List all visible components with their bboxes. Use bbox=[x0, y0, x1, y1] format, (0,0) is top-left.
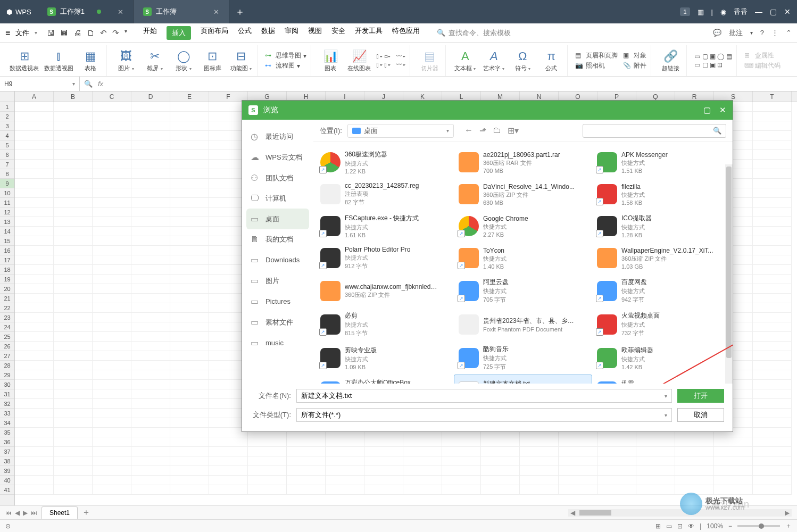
filename-input[interactable]: 新建文本文档.txt ▾ bbox=[296, 389, 672, 403]
file-item[interactable]: ↗必剪快捷方式815 字节 bbox=[316, 307, 454, 341]
file-item[interactable]: ↗APK Messenger快捷方式1.51 KB bbox=[592, 146, 730, 178]
first-sheet-icon[interactable]: ⏮ bbox=[5, 509, 12, 517]
row-header-17[interactable]: 17 bbox=[0, 255, 14, 265]
add-sheet-icon[interactable]: ＋ bbox=[82, 507, 90, 518]
row-header-5[interactable]: 5 bbox=[0, 140, 14, 150]
file-item[interactable]: ae2021pj_180963.part1.rar360压缩 RAR 文件700… bbox=[454, 146, 592, 178]
sidebar-item-图片[interactable]: ▭图片 bbox=[242, 270, 313, 291]
file-item[interactable]: ↗百度网盘快捷方式942 字节 bbox=[592, 274, 730, 307]
header-footer-button[interactable]: ▤页眉和页脚 bbox=[575, 51, 618, 60]
row-header-7[interactable]: 7 bbox=[0, 160, 14, 169]
file-item[interactable]: ↗360极速浏览器快捷方式1.22 KB bbox=[316, 146, 454, 178]
close-icon[interactable]: ✕ bbox=[118, 8, 123, 16]
file-item[interactable]: ↗万彩办公大师OfficeBox快捷方式795 字节 bbox=[316, 375, 454, 384]
form-controls-row2[interactable]: ▭ ▢ ▣ ⊡ bbox=[694, 61, 732, 69]
file-item[interactable]: ↗ToYcon快捷方式1.40 KB bbox=[454, 242, 592, 274]
vertical-scrollbar[interactable] bbox=[725, 164, 733, 384]
back-icon[interactable]: ← bbox=[464, 126, 473, 136]
close-icon[interactable]: ✕ bbox=[213, 8, 219, 16]
zoom-icon[interactable]: 🔍 bbox=[84, 80, 93, 88]
file-item[interactable]: www.chajianxw.com_fjbknnledpckpbjcglogol… bbox=[316, 274, 454, 307]
row-header-12[interactable]: 12 bbox=[0, 207, 14, 217]
row-header-1[interactable]: 1 bbox=[0, 102, 14, 112]
add-tab-button[interactable]: ＋ bbox=[229, 0, 251, 23]
menu-开发工具[interactable]: 开发工具 bbox=[355, 26, 383, 40]
row-header-38[interactable]: 38 bbox=[0, 456, 14, 466]
hamburger-icon[interactable]: ≡ bbox=[5, 28, 10, 38]
file-item[interactable]: WallpaperEngine_V2.0.17_XiT...360压缩 ZIP … bbox=[592, 242, 730, 274]
more-icon[interactable]: ⋮ bbox=[771, 29, 778, 37]
row-header-34[interactable]: 34 bbox=[0, 418, 14, 428]
filetype-combo[interactable]: 所有文件(*.*) ▾ bbox=[296, 408, 672, 422]
menu-安全[interactable]: 安全 bbox=[331, 26, 345, 40]
row-header-22[interactable]: 22 bbox=[0, 303, 14, 313]
sidebar-item-music[interactable]: ▭music bbox=[242, 332, 313, 353]
fx-icon[interactable]: fx bbox=[98, 80, 103, 88]
sheet-tab-1[interactable]: Sheet1 bbox=[41, 506, 78, 519]
print-preview-icon[interactable]: 🗋 bbox=[87, 28, 95, 38]
user-icon[interactable]: ◉ bbox=[720, 8, 726, 16]
row-header-6[interactable]: 6 bbox=[0, 150, 14, 160]
row-header-11[interactable]: 11 bbox=[0, 198, 14, 207]
file-item[interactable]: ↗剪映专业版快捷方式1.09 KB bbox=[316, 341, 454, 375]
chevron-down-icon[interactable]: ▾ bbox=[665, 393, 667, 399]
sidebar-item-Downloads[interactable]: ▭Downloads bbox=[242, 250, 313, 270]
view-custom-icon[interactable]: ⊡ bbox=[677, 522, 683, 530]
last-sheet-icon[interactable]: ⏭ bbox=[31, 509, 37, 517]
chevron-down-icon[interactable]: ▾ bbox=[35, 30, 37, 36]
column-header-A[interactable]: A bbox=[15, 92, 54, 102]
row-header-23[interactable]: 23 bbox=[0, 313, 14, 322]
sidebar-item-桌面[interactable]: ▭桌面 bbox=[246, 209, 309, 229]
close-icon[interactable]: ✕ bbox=[719, 105, 726, 115]
sidebar-item-Pictures[interactable]: ▭Pictures bbox=[242, 291, 313, 312]
row-header-35[interactable]: 35 bbox=[0, 428, 14, 437]
row-header-19[interactable]: 19 bbox=[0, 275, 14, 284]
chart-button[interactable]: 📊图表 bbox=[319, 45, 342, 76]
column-header-C[interactable]: C bbox=[93, 92, 131, 102]
sparkline-line-button[interactable]: ⫿▾ ⊡▾ bbox=[376, 53, 391, 60]
row-header-8[interactable]: 8 bbox=[0, 169, 14, 179]
close-window-icon[interactable]: ✕ bbox=[784, 7, 791, 16]
row-header-41[interactable]: 41 bbox=[0, 485, 14, 495]
file-item[interactable]: ↗酷狗音乐快捷方式725 字节 bbox=[454, 341, 592, 375]
row-header-15[interactable]: 15 bbox=[0, 236, 14, 246]
row-header-21[interactable]: 21 bbox=[0, 294, 14, 303]
view-normal-icon[interactable]: ⊞ bbox=[655, 522, 661, 530]
maximize-icon[interactable]: ▢ bbox=[703, 105, 711, 115]
screenshot-button[interactable]: ✂截屏 ▾ bbox=[143, 45, 167, 76]
next-sheet-icon[interactable]: ▶ bbox=[23, 509, 28, 517]
column-header-E[interactable]: E bbox=[170, 92, 209, 102]
file-menu[interactable]: 文件 bbox=[15, 28, 29, 38]
menu-插入[interactable]: 插入 bbox=[167, 26, 191, 40]
row-header-33[interactable]: 33 bbox=[0, 409, 14, 418]
row-header-4[interactable]: 4 bbox=[0, 131, 14, 140]
batch-label[interactable]: 批注 bbox=[729, 28, 743, 38]
row-header-25[interactable]: 25 bbox=[0, 332, 14, 342]
pivot-chart-button[interactable]: ⫿数据透视图 bbox=[44, 45, 73, 76]
zoom-out-icon[interactable]: − bbox=[728, 522, 732, 530]
tab-workbook1[interactable]: S 工作簿1 ✕ bbox=[38, 0, 134, 23]
row-header-9[interactable]: 9 bbox=[0, 179, 14, 188]
chevron-down-icon[interactable]: ▾ bbox=[72, 81, 75, 87]
sidebar-item-我的文档[interactable]: 🗎我的文档 bbox=[242, 229, 313, 250]
menu-开始[interactable]: 开始 bbox=[143, 26, 157, 40]
object-button[interactable]: ▣对象 bbox=[623, 51, 646, 60]
record-macro-icon[interactable]: ⊙ bbox=[5, 522, 11, 530]
menu-数据[interactable]: 数据 bbox=[261, 26, 275, 40]
row-header-10[interactable]: 10 bbox=[0, 188, 14, 198]
dialog-search-input[interactable]: 🔍 bbox=[583, 124, 726, 138]
row-header-20[interactable]: 20 bbox=[0, 284, 14, 294]
column-header-B[interactable]: B bbox=[54, 92, 93, 102]
sidebar-item-计算机[interactable]: 🖵计算机 bbox=[242, 188, 313, 209]
file-item[interactable]: ↗filezilla快捷方式1.58 KB bbox=[592, 178, 730, 210]
chevron-down-icon[interactable]: ▾ bbox=[665, 412, 667, 418]
equation-button[interactable]: π公式 bbox=[539, 45, 563, 76]
row-header-29[interactable]: 29 bbox=[0, 370, 14, 380]
row-header-26[interactable]: 26 bbox=[0, 342, 14, 351]
sparkline-loss-button[interactable]: 〰▾ bbox=[396, 61, 405, 69]
row-header-39[interactable]: 39 bbox=[0, 466, 14, 476]
tab-workbook2[interactable]: S 工作簿 ✕ bbox=[134, 0, 229, 23]
attachment-button[interactable]: 📎附件 bbox=[623, 61, 646, 70]
zoom-in-icon[interactable]: ＋ bbox=[785, 521, 792, 530]
file-item[interactable]: ↗Polarr Photo Editor Pro快捷方式912 字节 bbox=[316, 242, 454, 274]
